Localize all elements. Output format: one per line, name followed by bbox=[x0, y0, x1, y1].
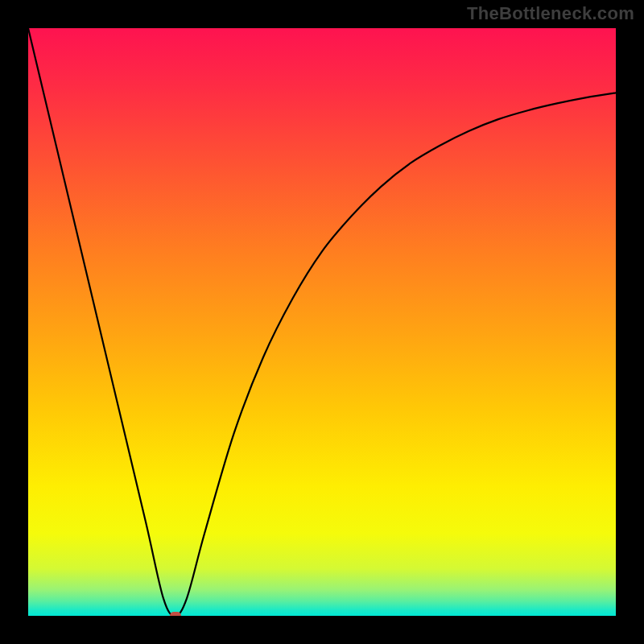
bottleneck-curve bbox=[28, 28, 616, 616]
curve-svg bbox=[28, 28, 616, 616]
watermark-text: TheBottleneck.com bbox=[467, 3, 634, 24]
current-config-marker bbox=[170, 612, 181, 616]
plot-area bbox=[28, 28, 616, 616]
chart-container: TheBottleneck.com bbox=[0, 0, 644, 644]
